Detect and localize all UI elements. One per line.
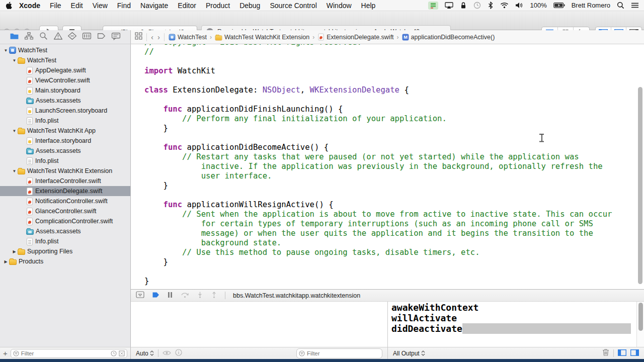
disclosure-triangle[interactable]: ▼	[3, 48, 9, 53]
file-row-watchtest[interactable]: ▼WatchTest	[0, 55, 130, 65]
clear-console-trash-icon[interactable]	[602, 348, 609, 358]
volume-icon[interactable]	[515, 2, 523, 9]
add-button[interactable]: +	[3, 349, 8, 357]
menu-xcode[interactable]: Xcode	[19, 2, 40, 10]
menu-file[interactable]: File	[50, 2, 61, 10]
file-row-interfacecontroller-swift[interactable]: InterfaceController.swift	[0, 176, 130, 186]
breadcrumb-folder[interactable]: WatchTest WatchKit Extension	[215, 34, 309, 41]
breadcrumb-project[interactable]: WatchTest	[169, 34, 207, 41]
file-row-watchtest-watchkit-app[interactable]: ▼WatchTest WatchKit App	[0, 126, 130, 136]
related-items-icon[interactable]	[135, 32, 142, 42]
debug-process-name[interactable]: bbs.WatchTest.watchkitapp.watchkitextens…	[233, 292, 360, 299]
variables-scope-popup[interactable]: Auto	[136, 350, 154, 357]
disclosure-triangle[interactable]: ▼	[11, 58, 18, 63]
variables-filter-input[interactable]	[307, 350, 380, 356]
debug-navigator-tab[interactable]	[82, 32, 92, 42]
airplay-icon[interactable]	[445, 2, 453, 9]
file-row-watchtest-watchkit-extension[interactable]: ▼WatchTest WatchKit Extension	[0, 166, 130, 176]
file-row-complicationcontroller-swift[interactable]: ComplicationController.swift	[0, 216, 130, 226]
issue-navigator-tab[interactable]	[53, 32, 63, 42]
notification-center-icon[interactable]	[631, 2, 639, 9]
step-into-button[interactable]	[197, 291, 203, 300]
navigator-filter-input[interactable]	[21, 350, 109, 356]
breadcrumb-method[interactable]: MapplicationDidBecomeActive()	[402, 34, 495, 41]
file-row-watchtest[interactable]: ▼WatchTest	[0, 45, 130, 55]
console-scope-popup[interactable]: All Output	[393, 350, 425, 357]
menu-find[interactable]: Find	[117, 2, 131, 10]
show-variables-toggle[interactable]	[618, 349, 626, 358]
info-icon[interactable]	[175, 349, 182, 358]
pause-button[interactable]	[167, 291, 173, 300]
disclosure-triangle[interactable]: ▼	[11, 129, 18, 133]
filter-icon	[299, 350, 305, 356]
file-row-info-plist[interactable]: Info.plist	[0, 116, 130, 126]
file-row-assets-xcassets[interactable]: Assets.xcassets	[0, 226, 130, 236]
breakpoints-toggle-button[interactable]	[152, 291, 159, 300]
variables-view[interactable]	[131, 302, 387, 347]
menu-debug[interactable]: Debug	[239, 2, 260, 10]
file-row-main-storyboard[interactable]: Main.storyboard	[0, 85, 130, 96]
menu-source-control[interactable]: Source Control	[270, 2, 316, 10]
file-row-viewcontroller-swift[interactable]: ViewController.swift	[0, 75, 130, 85]
hide-debug-area-button[interactable]	[136, 291, 144, 300]
disclosure-triangle[interactable]: ▼	[11, 169, 18, 173]
menu-navigate[interactable]: Navigate	[140, 2, 168, 10]
source-editor[interactable]: // Copyright © 2016 bbs. All rights rese…	[131, 44, 644, 289]
file-row-info-plist[interactable]: Info.plist	[0, 156, 130, 166]
file-row-products[interactable]: ▶Products	[0, 256, 130, 266]
activity-levels-icon[interactable]	[428, 2, 438, 10]
menu-editor[interactable]: Editor	[178, 2, 196, 10]
code-line: message) or when the user quits the appl…	[144, 229, 612, 238]
file-row-extensiondelegate-swift[interactable]: ExtensionDelegate.swift	[0, 186, 130, 196]
time-machine-icon[interactable]	[473, 2, 481, 9]
lock-icon[interactable]	[460, 2, 467, 9]
apple-menu-icon[interactable]	[5, 2, 12, 10]
bluetooth-icon[interactable]	[488, 2, 494, 9]
console-view[interactable]: awakeWithContextwillActivatedidDeactivat…	[387, 302, 644, 347]
plist-icon	[27, 157, 33, 165]
navigator-filter-field[interactable]	[11, 349, 127, 358]
disclosure-triangle[interactable]: ▶	[11, 249, 18, 254]
file-row-notificationcontroller-swift[interactable]: NotificationController.swift	[0, 196, 130, 206]
disclosure-triangle[interactable]: ▶	[3, 259, 9, 264]
search-navigator-tab[interactable]	[39, 32, 48, 42]
menu-edit[interactable]: Edit	[71, 2, 83, 10]
symbol-navigator-tab[interactable]	[24, 32, 34, 42]
file-row-assets-xcassets[interactable]: Assets.xcassets	[0, 96, 130, 106]
project-navigator-tab[interactable]	[10, 32, 19, 42]
file-row-interface-storyboard[interactable]: Interface.storyboard	[0, 136, 130, 146]
file-row-launchscreen-storyboard[interactable]: LaunchScreen.storyboard	[0, 106, 130, 116]
file-row-info-plist[interactable]: Info.plist	[0, 236, 130, 246]
breakpoint-navigator-tab[interactable]	[97, 32, 106, 42]
swift-icon	[27, 67, 33, 74]
menu-product[interactable]: Product	[206, 2, 230, 10]
editor-scrollbar[interactable]	[638, 87, 642, 284]
forward-button[interactable]: ›	[157, 33, 160, 41]
breadcrumb-swift[interactable]: ExtensionDelegate.swift	[317, 33, 393, 41]
battery-icon[interactable]	[553, 3, 565, 8]
menu-view[interactable]: View	[93, 2, 108, 10]
step-out-button[interactable]	[211, 291, 217, 300]
variables-filter-field[interactable]	[296, 348, 382, 358]
file-row-supporting-files[interactable]: ▶Supporting Files	[0, 246, 130, 256]
test-navigator-tab[interactable]	[67, 32, 77, 42]
wifi-icon[interactable]	[500, 2, 509, 9]
spotlight-icon[interactable]	[617, 2, 624, 9]
console-selection	[462, 323, 631, 334]
assets-icon	[26, 229, 34, 235]
console-scrollbar[interactable]	[638, 303, 643, 331]
show-console-toggle[interactable]	[630, 349, 639, 358]
file-row-appdelegate-swift[interactable]: AppDelegate.swift	[0, 65, 130, 75]
file-row-glancecontroller-swift[interactable]: GlanceController.swift	[0, 206, 130, 216]
menu-username[interactable]: Brett Romero	[572, 2, 610, 9]
menu-window[interactable]: Window	[327, 2, 352, 10]
file-row-assets-xcassets[interactable]: Assets.xcassets	[0, 146, 130, 156]
qlview-eye-icon[interactable]	[163, 349, 171, 358]
code-line: // Sent when the application is about to…	[144, 210, 612, 219]
report-navigator-tab[interactable]	[111, 32, 121, 42]
code-line: }	[144, 257, 612, 267]
step-over-button[interactable]	[181, 291, 189, 300]
menu-help[interactable]: Help	[361, 2, 376, 10]
back-button[interactable]: ‹	[151, 33, 153, 41]
file-label: Supporting Files	[27, 248, 72, 255]
